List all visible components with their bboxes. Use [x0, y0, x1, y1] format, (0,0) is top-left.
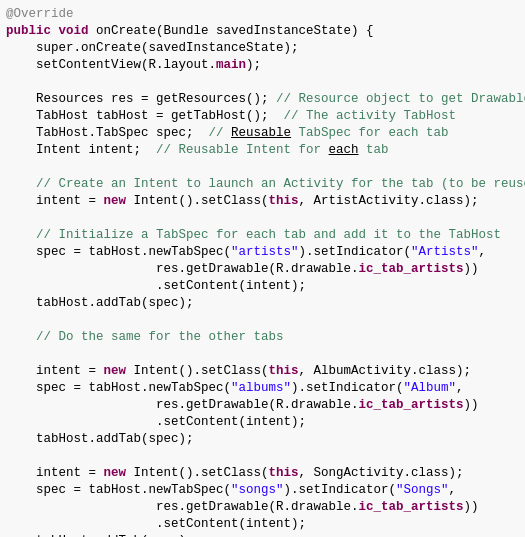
- code-text: intent =: [6, 363, 104, 380]
- keyword-main: main: [216, 57, 246, 74]
- code-line: setContentView(R.layout.main);: [0, 57, 525, 74]
- code-text: onCreate(Bundle savedInstanceState) {: [89, 23, 374, 40]
- annotation: @Override: [6, 6, 74, 23]
- code-text2: ).setIndicator(: [299, 244, 412, 261]
- code-text: tabHost.addTab(spec);: [6, 431, 194, 448]
- keyword-new: new: [104, 193, 127, 210]
- string-albums: "albums": [231, 380, 291, 397]
- code-blank: [6, 159, 14, 176]
- keyword-this2: this: [269, 363, 299, 380]
- comment-tab: tab: [359, 142, 389, 159]
- code-line: res.getDrawable(R.drawable.ic_tab_artist…: [0, 499, 525, 516]
- code-line: Intent intent; // Reusable Intent for ea…: [0, 142, 525, 159]
- code-line: [0, 346, 525, 363]
- keyword-public: public: [6, 23, 51, 40]
- code-line: .setContent(intent);: [0, 516, 525, 533]
- code-indent: setContentView(R.layout.: [6, 57, 216, 74]
- code-line: spec = tabHost.newTabSpec("songs").setIn…: [0, 482, 525, 499]
- code-line: spec = tabHost.newTabSpec("artists").set…: [0, 244, 525, 261]
- keyword-ic3: ic_tab_artists: [359, 499, 464, 516]
- code-line: [0, 210, 525, 227]
- keyword-ic: ic_tab_artists: [359, 261, 464, 278]
- keyword-new3: new: [104, 465, 127, 482]
- code-text2: )): [464, 499, 479, 516]
- code-indent: super.onCreate(savedInstanceState);: [6, 40, 299, 57]
- code-line: intent = new Intent().setClass(this, Alb…: [0, 363, 525, 380]
- comment-reusable-text: Reusable: [231, 125, 291, 142]
- code-text3: , AlbumActivity.class);: [299, 363, 472, 380]
- code-text: spec = tabHost.newTabSpec(: [6, 244, 231, 261]
- comment-reusable: //: [209, 125, 232, 142]
- string-songs2: "Songs": [396, 482, 449, 499]
- code-line: intent = new Intent().setClass(this, Son…: [0, 465, 525, 482]
- code-blank: [6, 448, 14, 465]
- code-line: // Initialize a TabSpec for each tab and…: [0, 227, 525, 244]
- code-text: tabHost.addTab(spec);: [6, 533, 194, 537]
- code-line: spec = tabHost.newTabSpec("albums").setI…: [0, 380, 525, 397]
- code-line: Resources res = getResources(); // Resou…: [0, 91, 525, 108]
- code-text3: , ArtistActivity.class);: [299, 193, 479, 210]
- code-blank: [6, 312, 14, 329]
- code-text: TabHost tabHost = getTabHost();: [6, 108, 284, 125]
- code-text2: ).setIndicator(: [284, 482, 397, 499]
- code-line: @Override: [0, 6, 525, 23]
- code-line: .setContent(intent);: [0, 414, 525, 431]
- code-text: );: [246, 57, 261, 74]
- code-line: super.onCreate(savedInstanceState);: [0, 40, 525, 57]
- code-text: tabHost.addTab(spec);: [6, 295, 194, 312]
- code-text2: Intent().setClass(: [126, 465, 269, 482]
- comment-tabspec: // Initialize a TabSpec for each tab and…: [6, 227, 501, 244]
- code-text: Intent intent;: [6, 142, 156, 159]
- comment: // Resource object to get Drawables: [276, 91, 525, 108]
- comment: // The activity TabHost: [284, 108, 457, 125]
- keyword-new2: new: [104, 363, 127, 380]
- code-line: [0, 312, 525, 329]
- code-text3: ,: [449, 482, 457, 499]
- string-artists2: "Artists": [411, 244, 479, 261]
- keyword-void: void: [59, 23, 89, 40]
- code-blank: [6, 346, 14, 363]
- code-text: TabHost.TabSpec spec;: [6, 125, 209, 142]
- keyword-this: this: [269, 193, 299, 210]
- code-text: .setContent(intent);: [6, 516, 306, 533]
- code-text3: , SongActivity.class);: [299, 465, 464, 482]
- code-line: // Do the same for the other tabs: [0, 329, 525, 346]
- code-space: [51, 23, 59, 40]
- code-text: res.getDrawable(R.drawable.: [6, 261, 359, 278]
- string-artists: "artists": [231, 244, 299, 261]
- code-text2: )): [464, 397, 479, 414]
- code-line: public void onCreate(Bundle savedInstanc…: [0, 23, 525, 40]
- code-text3: ,: [456, 380, 464, 397]
- comment-intent: // Reusable Intent for: [156, 142, 329, 159]
- keyword-this3: this: [269, 465, 299, 482]
- code-editor: @Override public void onCreate(Bundle sa…: [0, 0, 525, 537]
- code-text: intent =: [6, 465, 104, 482]
- code-text: intent =: [6, 193, 104, 210]
- code-text2: ).setIndicator(: [291, 380, 404, 397]
- code-line: TabHost.TabSpec spec; // Reusable TabSpe…: [0, 125, 525, 142]
- code-line: intent = new Intent().setClass(this, Art…: [0, 193, 525, 210]
- keyword-ic2: ic_tab_artists: [359, 397, 464, 414]
- code-line: .setContent(intent);: [0, 278, 525, 295]
- code-text2: Intent().setClass(: [126, 193, 269, 210]
- code-line: TabHost tabHost = getTabHost(); // The a…: [0, 108, 525, 125]
- code-text2: Intent().setClass(: [126, 363, 269, 380]
- code-line: res.getDrawable(R.drawable.ic_tab_artist…: [0, 261, 525, 278]
- code-line: tabHost.addTab(spec);: [0, 295, 525, 312]
- code-blank: [6, 74, 14, 91]
- code-line: res.getDrawable(R.drawable.ic_tab_artist…: [0, 397, 525, 414]
- code-blank: [6, 210, 14, 227]
- code-line: // Create an Intent to launch an Activit…: [0, 176, 525, 193]
- comment-create-intent: // Create an Intent to launch an Activit…: [6, 176, 525, 193]
- code-text: res.getDrawable(R.drawable.: [6, 397, 359, 414]
- code-line: tabHost.addTab(spec);: [0, 533, 525, 537]
- code-text: Resources res = getResources();: [6, 91, 276, 108]
- code-line: tabHost.addTab(spec);: [0, 431, 525, 448]
- comment-each: each: [329, 142, 359, 159]
- comment-rest: TabSpec for each tab: [291, 125, 449, 142]
- string-songs: "songs": [231, 482, 284, 499]
- code-text3: ,: [479, 244, 487, 261]
- comment-same: // Do the same for the other tabs: [6, 329, 284, 346]
- code-text: .setContent(intent);: [6, 278, 306, 295]
- code-line: [0, 159, 525, 176]
